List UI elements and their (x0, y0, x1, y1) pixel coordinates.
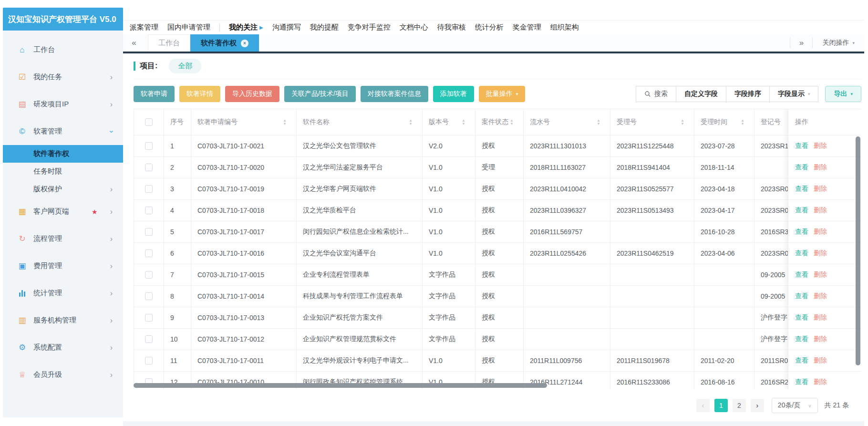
delete-link[interactable]: 删除 (814, 378, 827, 386)
close-operations-button[interactable]: 关闭操作 ▾ (813, 39, 864, 47)
sidebar-item-software-mgmt[interactable]: ©软著管理› (3, 118, 123, 145)
nav-item[interactable]: 统计分析 (475, 23, 504, 32)
row-checkbox[interactable] (145, 335, 153, 343)
row-checkbox[interactable] (145, 207, 153, 214)
nav-item[interactable]: 组织架构 (550, 23, 579, 32)
column-header-version[interactable]: 版本号▲▼ (423, 109, 475, 135)
horizontal-scrollbar[interactable] (134, 383, 547, 388)
view-link[interactable]: 查看 (795, 142, 808, 150)
sidebar-item-stats-mgmt[interactable]: 统计管理› (3, 280, 123, 307)
sort-icon[interactable]: ▲▼ (283, 119, 287, 125)
sort-icon[interactable]: ▲▼ (741, 119, 744, 125)
button-添加软著[interactable]: 添加软著 (433, 86, 474, 102)
scroll-tabs-left-button[interactable]: « (123, 34, 145, 52)
sidebar-item-process-mgmt[interactable]: ↻流程管理› (3, 225, 123, 252)
row-checkbox[interactable] (145, 164, 153, 171)
sidebar-item-member-upgrade[interactable]: ♕会员升级› (3, 361, 123, 388)
sort-icon[interactable]: ▲▼ (681, 119, 684, 125)
sidebar-item-system-config[interactable]: ⚙系统配置› (3, 334, 123, 361)
nav-item[interactable]: 待我审核 (437, 23, 466, 32)
nav-item[interactable]: 沟通撰写 (272, 23, 301, 32)
sort-icon[interactable]: ▲▼ (409, 119, 413, 125)
row-checkbox[interactable] (145, 249, 153, 257)
sidebar-item-fee-mgmt[interactable]: ▣费用管理› (3, 252, 123, 280)
delete-link[interactable]: 删除 (814, 206, 827, 215)
sidebar-item-software-copyright[interactable]: 软件著作权 (3, 145, 123, 163)
row-checkbox[interactable] (145, 357, 153, 364)
row-checkbox[interactable] (145, 271, 153, 279)
scroll-tabs-right-button[interactable]: » (790, 38, 812, 48)
nav-item-active[interactable]: 我的关注▶ (229, 23, 263, 32)
export-button[interactable]: 导出▾ (825, 86, 861, 102)
view-link[interactable]: 查看 (795, 228, 808, 236)
page-size-select[interactable]: 20条/页∨ (772, 398, 818, 413)
page-button-1[interactable]: 1 (714, 399, 728, 412)
delete-link[interactable]: 删除 (814, 185, 827, 193)
sort-icon[interactable]: ▲▼ (462, 119, 465, 125)
column-header-accept_no[interactable]: 受理号▲▼ (610, 109, 694, 135)
sidebar-item-rd-project-ip[interactable]: ▤研发项目IP› (3, 91, 123, 118)
page-button-2[interactable]: 2 (733, 399, 746, 412)
delete-link[interactable]: 删除 (814, 335, 827, 343)
vertical-scrollbar[interactable] (856, 136, 860, 365)
close-icon[interactable]: × (241, 40, 248, 47)
button-软著申请[interactable]: 软著申请 (134, 86, 175, 102)
view-link[interactable]: 查看 (795, 378, 808, 386)
nav-item[interactable]: 国内申请管理 (167, 23, 210, 32)
row-checkbox[interactable] (145, 142, 153, 150)
delete-link[interactable]: 删除 (814, 292, 827, 301)
nav-item[interactable]: 奖金管理 (513, 23, 541, 32)
tab-工作台[interactable]: 工作台 (148, 34, 190, 52)
column-header-accept_date[interactable]: 受理时间▲▼ (694, 109, 754, 135)
sidebar-item-service-org-mgmt[interactable]: ▥服务机构管理› (3, 307, 123, 334)
view-link[interactable]: 查看 (795, 163, 808, 172)
view-link[interactable]: 查看 (795, 249, 808, 258)
column-header-name[interactable]: 软件名称▲▼ (297, 109, 423, 135)
nav-item[interactable]: 文档中心 (400, 23, 428, 32)
delete-link[interactable]: 删除 (814, 270, 827, 279)
sort-icon[interactable]: ▲▼ (510, 119, 514, 125)
delete-link[interactable]: 删除 (814, 249, 827, 258)
row-checkbox[interactable] (145, 185, 153, 193)
column-header-serial_no[interactable]: 流水号▲▼ (524, 109, 610, 135)
view-link[interactable]: 查看 (795, 313, 808, 322)
row-checkbox[interactable] (145, 228, 153, 236)
delete-link[interactable]: 删除 (814, 163, 827, 172)
button-批量操作[interactable]: 批量操作▾ (479, 86, 526, 102)
button-搜索[interactable]: 搜索 (636, 86, 676, 102)
view-link[interactable]: 查看 (795, 335, 808, 343)
sort-icon[interactable]: ▲▼ (597, 119, 600, 125)
button-导入历史数据[interactable]: 导入历史数据 (225, 86, 279, 102)
nav-item[interactable]: 竞争对手监控 (348, 23, 391, 32)
tab-软件著作权[interactable]: 软件著作权× (190, 34, 259, 52)
row-checkbox[interactable] (145, 292, 153, 300)
project-filter-all-pill[interactable]: 全部 (169, 59, 201, 73)
column-header-app_no[interactable]: 软著申请编号▲▼ (191, 109, 297, 135)
delete-link[interactable]: 删除 (814, 313, 827, 322)
select-all-checkbox[interactable] (145, 118, 153, 126)
button-字段显示[interactable]: 字段显示▾ (769, 86, 819, 102)
view-link[interactable]: 查看 (795, 206, 808, 215)
view-link[interactable]: 查看 (795, 356, 808, 365)
next-page-button[interactable]: › (751, 399, 764, 412)
row-checkbox[interactable] (145, 314, 153, 322)
button-软著详情[interactable]: 软著详情 (179, 86, 220, 102)
view-link[interactable]: 查看 (795, 270, 808, 279)
sidebar-item-client-web[interactable]: ▦客户网页端★› (3, 198, 123, 225)
button-对接软著案件信息[interactable]: 对接软著案件信息 (361, 86, 428, 102)
prev-page-button[interactable]: ‹ (696, 399, 710, 412)
view-link[interactable]: 查看 (795, 292, 808, 301)
nav-item[interactable]: 我的提醒 (310, 23, 339, 32)
sidebar-item-my-tasks[interactable]: ☑我的任务› (3, 63, 123, 91)
nav-item[interactable]: 派案管理 (130, 23, 158, 32)
delete-link[interactable]: 删除 (814, 142, 827, 150)
sidebar-item-copyright-protection[interactable]: 版权保护› (3, 180, 123, 198)
sidebar-item-workbench[interactable]: ⌂工作台 (3, 36, 123, 63)
sidebar-item-task-deadline[interactable]: 任务时限 (3, 163, 123, 180)
delete-link[interactable]: 删除 (814, 228, 827, 236)
button-关联产品/技术/项目[interactable]: 关联产品/技术/项目 (284, 86, 356, 102)
button-字段排序[interactable]: 字段排序 (726, 86, 770, 102)
column-header-status[interactable]: 案件状态▲▼ (475, 109, 524, 135)
button-自定义字段[interactable]: 自定义字段 (676, 86, 726, 102)
view-link[interactable]: 查看 (795, 185, 808, 193)
